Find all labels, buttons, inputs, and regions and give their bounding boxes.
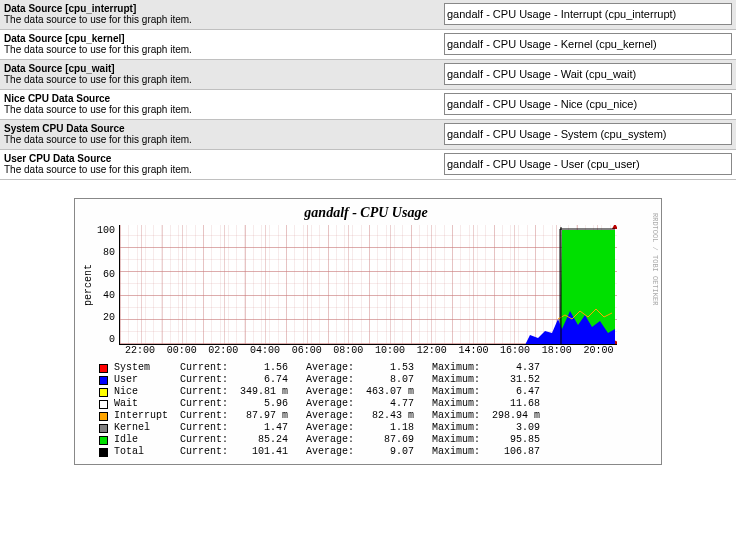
ytick: 100	[95, 225, 115, 236]
field-label: Data Source [cpu_wait]	[4, 63, 444, 74]
ytick: 20	[95, 312, 115, 323]
x-axis-ticks: 22:00 00:00 02:00 04:00 06:00 08:00 10:0…	[125, 345, 625, 356]
legend-text: Kernel Current: 1.47 Average: 1.18 Maxim…	[114, 422, 540, 434]
row-cpu-user: User CPU Data Source The data source to …	[0, 150, 736, 180]
plot-area: ▲ ▶	[119, 225, 617, 345]
chart-title: gandalf - CPU Usage	[81, 205, 651, 221]
ytick: 80	[95, 247, 115, 258]
legend-text: User Current: 6.74 Average: 8.07 Maximum…	[114, 374, 540, 386]
ytick: 60	[95, 269, 115, 280]
field-meta: Nice CPU Data Source The data source to …	[4, 93, 444, 115]
field-desc: The data source to use for this graph it…	[4, 164, 444, 175]
chart-legend: System Current: 1.56 Average: 1.53 Maxim…	[99, 362, 651, 458]
field-desc: The data source to use for this graph it…	[4, 74, 444, 85]
data-source-config-table: Data Source [cpu_interrupt] The data sou…	[0, 0, 736, 180]
xtick: 20:00	[583, 345, 625, 356]
field-meta: System CPU Data Source The data source t…	[4, 123, 444, 145]
field-desc: The data source to use for this graph it…	[4, 14, 444, 25]
xtick: 12:00	[417, 345, 459, 356]
xtick: 00:00	[167, 345, 209, 356]
xtick: 18:00	[542, 345, 584, 356]
legend-text: Wait Current: 5.96 Average: 4.77 Maximum…	[114, 398, 540, 410]
legend-text: Nice Current: 349.81 m Average: 463.07 m…	[114, 386, 540, 398]
field-meta: User CPU Data Source The data source to …	[4, 153, 444, 175]
field-label: System CPU Data Source	[4, 123, 444, 134]
row-cpu-interrupt: Data Source [cpu_interrupt] The data sou…	[0, 0, 736, 30]
y-axis-ticks: 100 80 60 40 20 0	[95, 225, 119, 345]
select-cpu-system[interactable]: gandalf - CPU Usage - System (cpu_system…	[444, 123, 732, 145]
legend-row: Nice Current: 349.81 m Average: 463.07 m…	[99, 386, 651, 398]
field-label: Nice CPU Data Source	[4, 93, 444, 104]
field-meta: Data Source [cpu_interrupt] The data sou…	[4, 3, 444, 25]
row-cpu-nice: Nice CPU Data Source The data source to …	[0, 90, 736, 120]
rrdtool-credit: RRDTOOL / TOBI OETIKER	[651, 213, 659, 305]
legend-text: Total Current: 101.41 Average: 9.07 Maxi…	[114, 446, 540, 458]
field-label: User CPU Data Source	[4, 153, 444, 164]
legend-row: Kernel Current: 1.47 Average: 1.18 Maxim…	[99, 422, 651, 434]
xtick: 06:00	[292, 345, 334, 356]
plot-svg	[120, 225, 617, 345]
field-desc: The data source to use for this graph it…	[4, 44, 444, 55]
y-axis-label: percent	[81, 225, 95, 345]
select-cpu-nice[interactable]: gandalf - CPU Usage - Nice (cpu_nice)	[444, 93, 732, 115]
legend-row: Idle Current: 85.24 Average: 87.69 Maxim…	[99, 434, 651, 446]
cpu-usage-chart: RRDTOOL / TOBI OETIKER gandalf - CPU Usa…	[74, 198, 662, 465]
legend-row: Total Current: 101.41 Average: 9.07 Maxi…	[99, 446, 651, 458]
field-meta: Data Source [cpu_kernel] The data source…	[4, 33, 444, 55]
select-cpu-kernel[interactable]: gandalf - CPU Usage - Kernel (cpu_kernel…	[444, 33, 732, 55]
select-cpu-user[interactable]: gandalf - CPU Usage - User (cpu_user)	[444, 153, 732, 175]
legend-row: User Current: 6.74 Average: 8.07 Maximum…	[99, 374, 651, 386]
legend-swatch	[99, 364, 108, 373]
legend-swatch	[99, 448, 108, 457]
legend-row: Interrupt Current: 87.97 m Average: 82.4…	[99, 410, 651, 422]
legend-swatch	[99, 424, 108, 433]
row-cpu-wait: Data Source [cpu_wait] The data source t…	[0, 60, 736, 90]
select-cpu-interrupt[interactable]: gandalf - CPU Usage - Interrupt (cpu_int…	[444, 3, 732, 25]
xtick: 08:00	[333, 345, 375, 356]
legend-text: System Current: 1.56 Average: 1.53 Maxim…	[114, 362, 540, 374]
ytick: 0	[95, 334, 115, 345]
select-cpu-wait[interactable]: gandalf - CPU Usage - Wait (cpu_wait)	[444, 63, 732, 85]
row-cpu-system: System CPU Data Source The data source t…	[0, 120, 736, 150]
field-label: Data Source [cpu_interrupt]	[4, 3, 444, 14]
legend-swatch	[99, 436, 108, 445]
legend-swatch	[99, 388, 108, 397]
legend-row: Wait Current: 5.96 Average: 4.77 Maximum…	[99, 398, 651, 410]
field-meta: Data Source [cpu_wait] The data source t…	[4, 63, 444, 85]
legend-text: Interrupt Current: 87.97 m Average: 82.4…	[114, 410, 540, 422]
legend-text: Idle Current: 85.24 Average: 87.69 Maxim…	[114, 434, 540, 446]
xtick: 14:00	[458, 345, 500, 356]
field-label: Data Source [cpu_kernel]	[4, 33, 444, 44]
xtick: 02:00	[208, 345, 250, 356]
legend-swatch	[99, 400, 108, 409]
xtick: 16:00	[500, 345, 542, 356]
row-cpu-kernel: Data Source [cpu_kernel] The data source…	[0, 30, 736, 60]
ytick: 40	[95, 290, 115, 301]
xtick: 04:00	[250, 345, 292, 356]
field-desc: The data source to use for this graph it…	[4, 134, 444, 145]
legend-row: System Current: 1.56 Average: 1.53 Maxim…	[99, 362, 651, 374]
field-desc: The data source to use for this graph it…	[4, 104, 444, 115]
xtick: 22:00	[125, 345, 167, 356]
xtick: 10:00	[375, 345, 417, 356]
legend-swatch	[99, 412, 108, 421]
legend-swatch	[99, 376, 108, 385]
